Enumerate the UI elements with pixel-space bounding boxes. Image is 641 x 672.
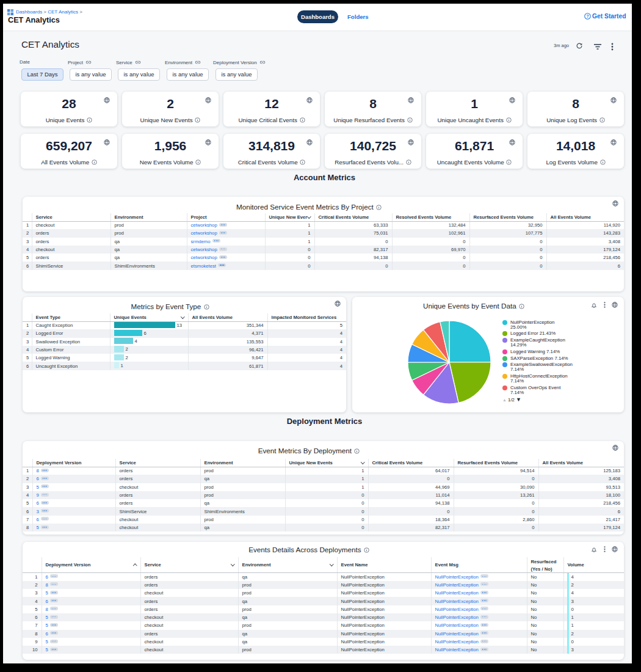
svg-text:?: ? [586,14,588,18]
